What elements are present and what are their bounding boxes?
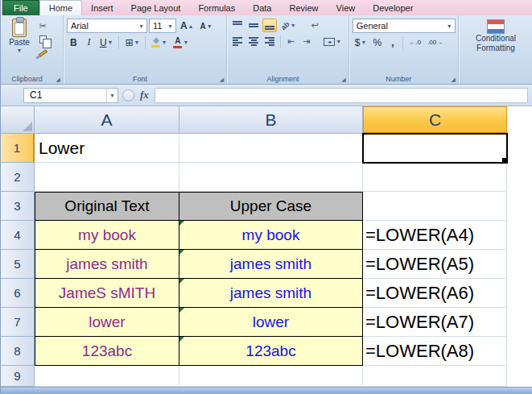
format-painter-button[interactable] [35, 47, 51, 60]
cell-c2[interactable] [363, 163, 507, 192]
cell-a7[interactable]: lower [35, 308, 179, 337]
cell-b7[interactable]: lower [179, 308, 363, 337]
cell-b3-table-header[interactable]: Upper Case [179, 192, 363, 221]
column-header-c-selected[interactable]: C [363, 106, 507, 134]
cell-a9[interactable] [35, 366, 179, 387]
formula-bar: C1 ▼ fx [1, 85, 532, 106]
horizontal-scrollbar[interactable] [1, 387, 532, 394]
number-group-label: Number [349, 75, 448, 83]
row-header-7[interactable]: 7 [1, 308, 35, 337]
column-header-a[interactable]: A [35, 106, 179, 134]
cell-c1-selected[interactable] [363, 134, 507, 163]
conditional-formatting-button[interactable]: Conditional Formatting [462, 18, 530, 73]
align-left-button[interactable] [230, 35, 245, 48]
worksheet-grid: A B C 1 2 3 4 5 6 7 8 9 Lower Original T… [1, 106, 532, 387]
font-name-combo[interactable]: Arial ▼ [67, 19, 147, 33]
number-dialog-launcher-icon[interactable]: ◢ [452, 77, 456, 82]
row-header-6[interactable]: 6 [1, 279, 35, 308]
cell-c3[interactable] [363, 192, 507, 221]
name-box[interactable]: C1 ▼ [23, 88, 118, 103]
cell-a3-table-header[interactable]: Original Text [35, 192, 179, 221]
wrap-text-button[interactable]: ↩ [308, 19, 322, 32]
cell-a5[interactable]: james smith [35, 250, 179, 279]
cell-a1[interactable]: Lower [35, 134, 179, 163]
separator [145, 36, 146, 49]
underline-button[interactable]: U▼ [97, 35, 116, 49]
cell-b6[interactable]: james smith [179, 279, 363, 308]
row-header-9[interactable]: 9 [1, 366, 35, 387]
cell-a6[interactable]: JameS sMITH [35, 279, 179, 308]
cut-button[interactable]: ✂ [35, 19, 51, 32]
cell-b9[interactable] [179, 366, 363, 387]
fill-color-button[interactable]: ▼ [149, 35, 169, 49]
tab-view[interactable]: View [328, 0, 365, 15]
cell-b8[interactable]: 123abc [179, 337, 363, 366]
tab-home[interactable]: Home [39, 0, 82, 15]
borders-button[interactable]: ⊞▼ [122, 35, 142, 49]
percent-format-button[interactable]: % [370, 35, 384, 49]
group-number: General ▼ $▼ % , ←.0 .00→ Number ◢ [348, 15, 458, 84]
cell-a8[interactable]: 123abc [35, 337, 179, 366]
tab-file[interactable]: File [2, 0, 39, 15]
font-dialog-launcher-icon[interactable]: ◢ [220, 77, 224, 82]
grow-font-button[interactable]: A▲ [178, 19, 196, 33]
cell-a2[interactable] [35, 163, 179, 192]
cell-b4[interactable]: my book [179, 221, 363, 250]
comma-format-button[interactable]: , [386, 35, 399, 49]
column-header-b[interactable]: B [179, 106, 363, 134]
number-format-combo[interactable]: General ▼ [353, 19, 456, 33]
font-color-button[interactable]: A ▼ [171, 35, 191, 49]
cell-c9[interactable] [363, 366, 507, 387]
tab-formulas[interactable]: Formulas [189, 0, 244, 15]
align-right-button[interactable] [262, 35, 277, 48]
copy-button[interactable] [35, 33, 51, 46]
row-header-3[interactable]: 3 [1, 192, 35, 221]
ribbon-tab-bar: File Home Insert Page Layout Formulas Da… [1, 0, 532, 15]
cell-a4[interactable]: my book [35, 221, 179, 250]
orientation-button[interactable]: ab▼ [278, 19, 298, 32]
formula-input[interactable] [155, 88, 528, 103]
cell-c8[interactable]: =LOWER(A8) [363, 337, 507, 366]
increase-indent-button[interactable]: ⇥ [299, 35, 313, 48]
cell-b5[interactable]: james smith [179, 250, 363, 279]
tab-review[interactable]: Review [280, 0, 327, 15]
row-header-8[interactable]: 8 [1, 337, 35, 366]
decrease-indent-button[interactable]: ⇤ [284, 35, 298, 48]
row-header-4[interactable]: 4 [1, 221, 35, 250]
tab-insert[interactable]: Insert [82, 0, 122, 15]
tab-page-layout[interactable]: Page Layout [122, 0, 190, 15]
align-center-button[interactable] [246, 35, 261, 48]
row-header-5[interactable]: 5 [1, 250, 35, 279]
cell-c6[interactable]: =LOWER(A6) [363, 279, 507, 308]
tab-data[interactable]: Data [244, 0, 280, 15]
shrink-font-button[interactable]: A▼ [197, 19, 214, 33]
align-top-button[interactable] [230, 19, 245, 32]
cell-c7[interactable]: =LOWER(A7) [363, 308, 507, 337]
alignment-dialog-launcher-icon[interactable]: ◢ [341, 77, 345, 82]
chevron-down-icon: ▼ [443, 23, 452, 29]
currency-format-button[interactable]: $▼ [353, 35, 369, 49]
clipboard-dialog-launcher-icon[interactable]: ◢ [56, 77, 60, 82]
align-bottom-button[interactable] [262, 19, 277, 32]
paste-button[interactable]: Paste ▼ [4, 18, 35, 73]
increase-decimal-button[interactable]: ←.0 [406, 35, 423, 49]
cell-c4[interactable]: =LOWER(A4) [363, 221, 507, 250]
row-header-1[interactable]: 1 [1, 134, 35, 163]
paste-label: Paste [9, 38, 30, 47]
select-all-button[interactable] [1, 106, 35, 134]
font-size-combo[interactable]: 11 ▼ [149, 19, 176, 33]
align-middle-button[interactable] [246, 19, 261, 32]
number-format-value: General [357, 21, 388, 31]
italic-button[interactable]: I [82, 35, 96, 49]
merge-center-button[interactable]: ◂▸▼ [321, 35, 344, 48]
cell-b2[interactable] [179, 163, 363, 192]
cell-c5[interactable]: =LOWER(A5) [363, 250, 507, 279]
row-header-2[interactable]: 2 [1, 163, 35, 192]
insert-function-button[interactable]: fx [138, 89, 151, 102]
merge-center-icon: ◂▸ [324, 38, 335, 46]
cell-b1[interactable] [179, 134, 363, 163]
bold-button[interactable]: B [67, 35, 80, 49]
decrease-decimal-button[interactable]: .00→ [425, 35, 445, 49]
tab-developer[interactable]: Developer [364, 0, 422, 15]
grow-font-icon: A [180, 20, 188, 31]
